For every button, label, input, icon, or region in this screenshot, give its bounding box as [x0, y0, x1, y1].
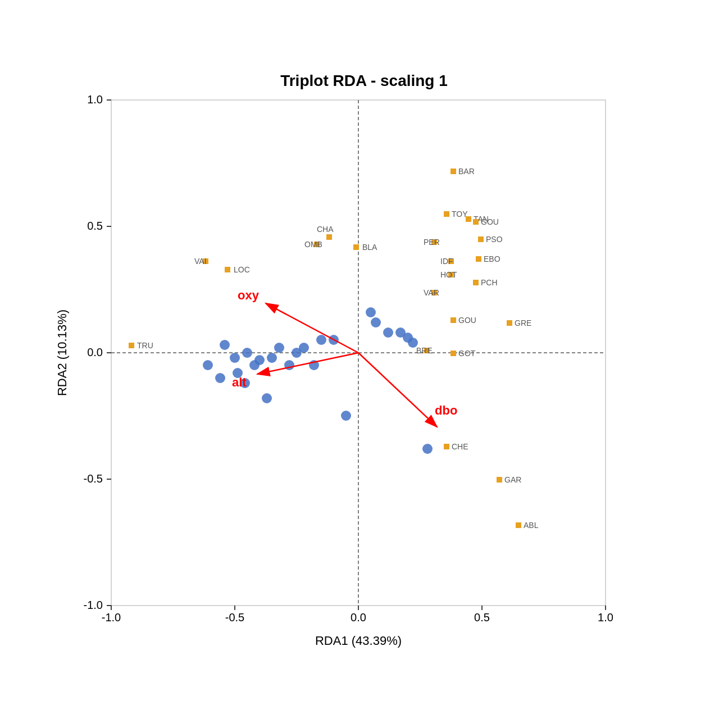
species-GOU-upper	[473, 219, 479, 225]
x-axis-label: RDA1 (43.39%)	[315, 634, 402, 648]
site-21	[371, 317, 381, 327]
svg-text:0.5: 0.5	[87, 220, 103, 232]
svg-text:0.0: 0.0	[351, 611, 366, 624]
species-label-GRE: GRE	[515, 319, 531, 327]
species-GOU-lower	[451, 317, 456, 323]
species-label-LOC: LOC	[234, 265, 250, 274]
site-1	[203, 360, 213, 370]
site-7	[242, 348, 252, 358]
svg-text:0.5: 0.5	[474, 611, 490, 624]
svg-text:-1.0: -1.0	[102, 611, 121, 624]
species-label-VAI: VAI	[194, 257, 207, 266]
site-3	[220, 340, 230, 350]
species-CHA	[326, 234, 332, 240]
species-label-IDF: IDF	[440, 257, 453, 266]
site-2	[215, 373, 225, 383]
arrow-label-dbo: dbo	[435, 403, 457, 417]
svg-text:-1.0: -1.0	[84, 599, 103, 611]
species-BLA	[353, 244, 359, 250]
species-CHE	[444, 444, 449, 449]
site-26	[422, 444, 433, 454]
svg-text:1.0: 1.0	[87, 93, 103, 106]
species-PCH	[473, 280, 479, 285]
species-label-OMB: OMB	[304, 240, 322, 249]
species-label-BLA: BLA	[362, 243, 377, 252]
site-22	[383, 327, 393, 338]
species-label-PCH: PCH	[481, 278, 498, 287]
species-label-ABL: ABL	[524, 521, 539, 530]
site-20	[366, 307, 376, 317]
site-11	[267, 353, 277, 363]
site-17	[316, 335, 326, 345]
species-label-VAR: VAR	[424, 288, 439, 297]
species-label-CHA: CHA	[317, 225, 334, 234]
arrow-label-alt: alt	[232, 375, 247, 389]
chart-title: Triplot RDA - scaling 1	[280, 72, 448, 89]
species-label-BAR: BAR	[458, 167, 475, 176]
y-axis-label: RDA2 (10.13%)	[55, 310, 69, 396]
site-19	[341, 411, 351, 421]
species-label-PSO: PSO	[486, 235, 503, 244]
species-label-CHE: CHE	[452, 442, 468, 451]
species-label-GOU-upper: GOU	[481, 217, 499, 226]
species-label-TRU: TRU	[137, 341, 153, 350]
species-TAN	[466, 216, 471, 222]
species-GRE	[507, 320, 512, 326]
site-4	[230, 353, 240, 363]
species-EBO	[476, 256, 481, 262]
species-TRU	[129, 343, 134, 348]
svg-text:-0.5: -0.5	[225, 611, 244, 624]
svg-text:-0.5: -0.5	[84, 472, 103, 485]
species-label-HOT: HOT	[440, 270, 457, 279]
species-label-EBO: EBO	[484, 254, 501, 263]
svg-text:0.0: 0.0	[87, 346, 103, 358]
species-LOC	[225, 267, 230, 272]
species-GOT	[451, 351, 456, 356]
species-GAR	[497, 477, 502, 483]
chart-container: Triplot RDA - scaling 1 -1.0 -0.5 0.0	[0, 0, 728, 728]
species-BAR	[451, 169, 456, 174]
site-9	[254, 355, 265, 365]
species-PSO	[478, 236, 484, 242]
species-label-BRE: BRE	[416, 346, 433, 355]
species-label-GOT: GOT	[458, 349, 476, 358]
site-10	[262, 393, 272, 403]
site-25	[408, 338, 418, 348]
species-label-GAR: GAR	[504, 475, 521, 484]
arrow-label-oxy: oxy	[238, 288, 260, 302]
species-label-GOU-lower: GOU	[458, 316, 476, 325]
species-TOY	[444, 211, 449, 217]
site-12	[274, 343, 284, 353]
svg-text:1.0: 1.0	[598, 611, 613, 624]
species-ABL	[516, 522, 521, 528]
rda-triplot: Triplot RDA - scaling 1 -1.0 -0.5 0.0	[55, 55, 673, 673]
species-label-TOY: TOY	[452, 210, 468, 219]
species-label-PER: PER	[424, 238, 440, 247]
site-15	[299, 343, 309, 353]
